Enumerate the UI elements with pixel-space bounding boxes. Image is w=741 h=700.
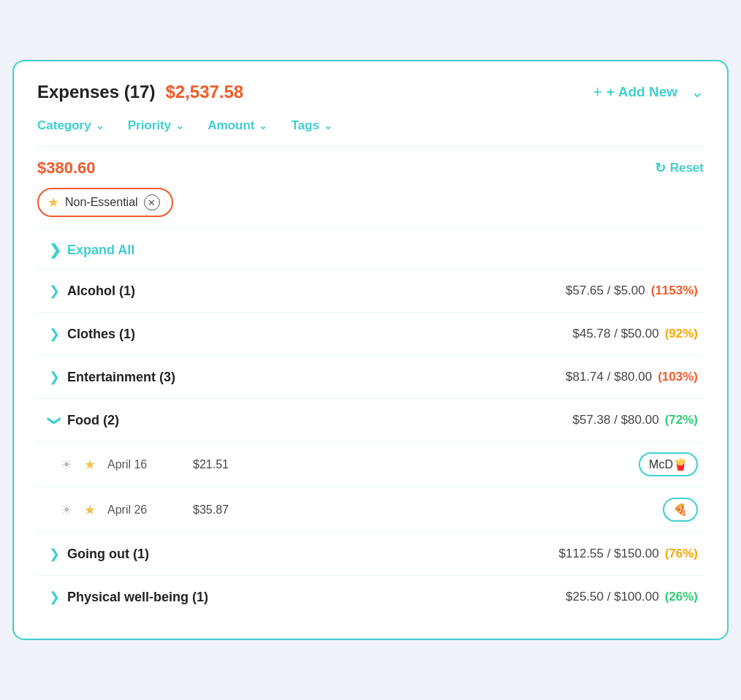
category-chevron-icon: ⌄: [96, 120, 104, 132]
category-left-clothes: ❯ Clothes (1): [49, 326, 135, 342]
clothes-expand-icon[interactable]: ❯: [49, 326, 60, 342]
filter-row: Category ⌄ Priority ⌄ Amount ⌄ Tags ⌄: [37, 118, 704, 133]
entertainment-name: Entertainment (3): [67, 370, 175, 385]
food-spent: $57.38 / $80.00: [572, 413, 658, 427]
category-left-food: ❯ Food (2): [49, 412, 119, 428]
category-row-goingout: ❯ Going out (1) $112.55 / $150.00 (76%): [37, 532, 704, 575]
entertainment-pct: (103%): [658, 370, 698, 384]
eye-icon-april16[interactable]: ☀: [61, 457, 72, 473]
expense-amount-april16: $21.51: [178, 458, 229, 471]
amount-filter-button[interactable]: Amount ⌄: [208, 118, 267, 133]
reset-icon: ↻: [655, 160, 666, 176]
category-row-alcohol: ❯ Alcohol (1) $57.65 / $5.00 (1153%): [37, 269, 704, 312]
header: Expenses (17) $2,537.58 + + Add New ⌄: [37, 82, 704, 102]
category-filter-button[interactable]: Category ⌄: [37, 118, 104, 133]
filter-tags-row: ★ Non-Essential ✕: [37, 188, 704, 217]
category-left-alcohol: ❯ Alcohol (1): [49, 283, 135, 299]
pizza-label: 🍕: [673, 503, 688, 517]
eye-icon-april26[interactable]: ☀: [61, 502, 72, 518]
expense-right-april16: McD🍟: [639, 452, 698, 476]
physicalwellbeing-name: Physical well-being (1): [67, 590, 208, 605]
alcohol-amounts: $57.65 / $5.00 (1153%): [566, 284, 698, 298]
header-left: Expenses (17) $2,537.58: [37, 82, 243, 102]
expenses-total: $2,537.58: [165, 82, 243, 102]
entertainment-amounts: $81.74 / $80.00 (103%): [566, 370, 698, 384]
physicalwellbeing-expand-icon[interactable]: ❯: [49, 589, 60, 605]
food-name: Food (2): [67, 413, 119, 428]
alcohol-spent: $57.65 / $5.00: [566, 284, 645, 298]
priority-chevron-icon: ⌄: [175, 120, 184, 132]
expense-row-april26: ☀ ★ April 26 $35.87 🍕: [37, 487, 704, 532]
expenses-title: Expenses (17): [37, 82, 155, 102]
expense-right-april26: 🍕: [663, 498, 698, 522]
physicalwellbeing-pct: (26%): [665, 590, 698, 604]
physicalwellbeing-spent: $25.50 / $100.00: [566, 590, 659, 604]
add-new-label: + Add New: [607, 84, 677, 100]
expand-all-label: Expand All: [67, 243, 134, 258]
plus-icon: +: [593, 83, 602, 102]
goingout-name: Going out (1): [67, 547, 149, 562]
mcdonalds-label: McD🍟: [649, 457, 688, 471]
expand-all-row: ❯ Expand All: [37, 228, 704, 269]
expense-tag-pizza[interactable]: 🍕: [663, 498, 698, 522]
physicalwellbeing-amounts: $25.50 / $100.00 (26%): [566, 590, 698, 604]
star-icon-april16[interactable]: ★: [84, 457, 96, 473]
clothes-pct: (92%): [665, 327, 698, 341]
expense-left-april26: ☀ ★ April 26 $35.87: [61, 502, 229, 518]
category-row-food: ❯ Food (2) $57.38 / $80.00 (72%): [37, 398, 704, 441]
alcohol-pct: (1153%): [651, 284, 698, 298]
clothes-name: Clothes (1): [67, 327, 135, 342]
expense-row-april16: ☀ ★ April 16 $21.51 McD🍟: [37, 441, 704, 487]
expense-amount-april26: $35.87: [178, 503, 229, 517]
remove-filter-tag-button[interactable]: ✕: [144, 194, 160, 210]
clothes-amounts: $45.78 / $50.00 (92%): [572, 327, 698, 341]
expand-all-button[interactable]: ❯ Expand All: [49, 241, 134, 259]
reset-button[interactable]: ↻ Reset: [655, 160, 704, 176]
entertainment-expand-icon[interactable]: ❯: [49, 369, 60, 385]
chevron-down-icon[interactable]: ⌄: [691, 83, 704, 102]
priority-label: Priority: [128, 118, 172, 133]
goingout-pct: (76%): [665, 547, 698, 561]
goingout-expand-icon[interactable]: ❯: [49, 546, 60, 562]
expenses-count: (17): [124, 82, 156, 102]
expense-date-april16: April 16: [107, 458, 166, 471]
active-filter-tag[interactable]: ★ Non-Essential ✕: [37, 188, 173, 217]
category-left-entertainment: ❯ Entertainment (3): [49, 369, 175, 385]
expense-left-april16: ☀ ★ April 16 $21.51: [61, 457, 229, 473]
star-icon: ★: [48, 194, 59, 210]
add-new-button[interactable]: + + Add New: [593, 83, 677, 102]
tags-label: Tags: [291, 118, 319, 133]
filtered-amount: $380.60: [37, 159, 96, 178]
food-amounts: $57.38 / $80.00 (72%): [572, 413, 698, 427]
food-pct: (72%): [665, 413, 698, 427]
category-left-goingout: ❯ Going out (1): [49, 546, 149, 562]
tags-chevron-icon: ⌄: [324, 120, 332, 132]
reset-label: Reset: [670, 161, 704, 175]
amount-label: Amount: [208, 118, 254, 133]
filter-tag-label: Non-Essential: [65, 196, 138, 209]
category-label: Category: [37, 118, 91, 133]
category-left-physicalwellbeing: ❯ Physical well-being (1): [49, 589, 208, 605]
goingout-amounts: $112.55 / $150.00 (76%): [559, 547, 698, 561]
category-row-entertainment: ❯ Entertainment (3) $81.74 / $80.00 (103…: [37, 355, 704, 398]
alcohol-name: Alcohol (1): [67, 284, 135, 299]
alcohol-expand-icon[interactable]: ❯: [49, 283, 60, 299]
summary-row: $380.60 ↻ Reset: [37, 159, 704, 178]
expand-all-chevron-icon: ❯: [49, 241, 61, 259]
amount-chevron-icon: ⌄: [259, 120, 267, 132]
clothes-spent: $45.78 / $50.00: [572, 327, 658, 341]
entertainment-spent: $81.74 / $80.00: [566, 370, 652, 384]
food-expand-icon[interactable]: ❯: [47, 415, 63, 426]
divider-1: [37, 146, 704, 147]
expense-date-april26: April 26: [107, 503, 166, 517]
tags-filter-button[interactable]: Tags ⌄: [291, 118, 332, 133]
expenses-card: Expenses (17) $2,537.58 + + Add New ⌄ Ca…: [12, 60, 729, 640]
categories-list: ❯ Alcohol (1) $57.65 / $5.00 (1153%) ❯ C…: [37, 269, 704, 618]
priority-filter-button[interactable]: Priority ⌄: [128, 118, 185, 133]
category-row-clothes: ❯ Clothes (1) $45.78 / $50.00 (92%): [37, 312, 704, 355]
category-row-physicalwellbeing: ❯ Physical well-being (1) $25.50 / $100.…: [37, 575, 704, 618]
star-icon-april26[interactable]: ★: [84, 502, 96, 518]
header-right: + + Add New ⌄: [593, 83, 704, 102]
expense-tag-mcdonalds[interactable]: McD🍟: [639, 452, 698, 476]
goingout-spent: $112.55 / $150.00: [559, 547, 659, 561]
